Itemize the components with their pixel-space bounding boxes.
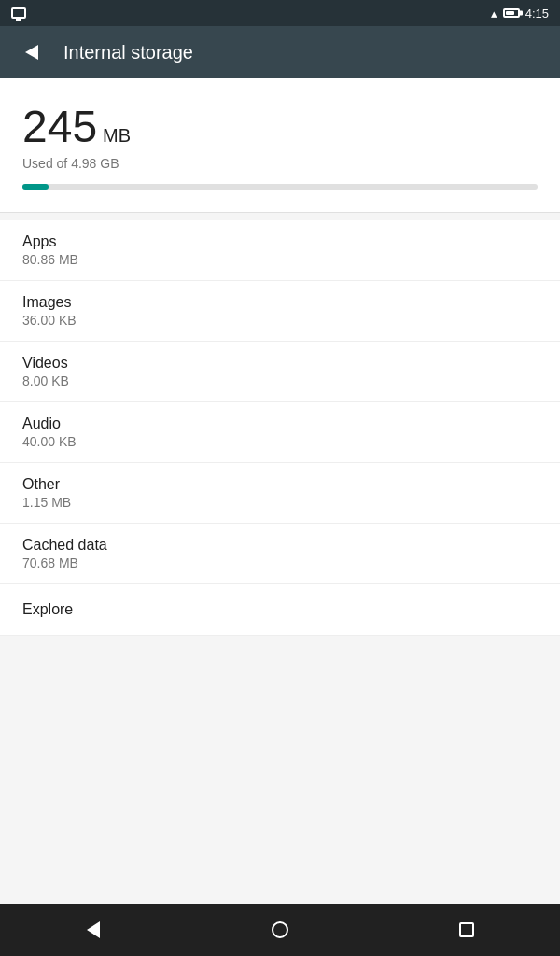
nav-home-button[interactable] [252, 911, 308, 949]
storage-amount-row: 245 MB [22, 101, 538, 152]
bottom-nav [0, 904, 560, 956]
list-item-videos-title: Videos [22, 355, 538, 372]
battery-icon [503, 8, 520, 18]
list-item-videos[interactable]: Videos 8.00 KB [0, 342, 560, 402]
back-button[interactable] [15, 35, 49, 69]
storage-progress-fill [22, 184, 49, 190]
list-item-images[interactable]: Images 36.00 KB [0, 281, 560, 342]
storage-used-label: Used of 4.98 GB [22, 156, 538, 171]
list-item-audio-title: Audio [22, 415, 538, 432]
list-item-images-value: 36.00 KB [22, 313, 538, 328]
screen-capture-icon [11, 7, 26, 19]
nav-back-button[interactable] [65, 911, 121, 949]
main-content: 245 MB Used of 4.98 GB Apps 80.86 MB Ima… [0, 78, 560, 904]
list-item-cached-title: Cached data [22, 537, 538, 554]
list-item-apps-value: 80.86 MB [22, 252, 538, 267]
storage-list: Apps 80.86 MB Images 36.00 KB Videos 8.0… [0, 220, 560, 636]
list-item-other-title: Other [22, 476, 538, 493]
status-bar: ▴ 4:15 [0, 0, 560, 26]
nav-recents-icon [459, 922, 474, 937]
storage-unit: MB [103, 125, 131, 147]
list-item-videos-value: 8.00 KB [22, 373, 538, 388]
list-item-audio[interactable]: Audio 40.00 KB [0, 402, 560, 463]
top-divider [0, 212, 560, 213]
status-left-icons [11, 7, 483, 19]
storage-progress-bar [22, 184, 538, 190]
list-item-other[interactable]: Other 1.15 MB [0, 463, 560, 524]
toolbar: Internal storage [0, 26, 560, 78]
storage-number: 245 [22, 101, 97, 152]
list-item-apps[interactable]: Apps 80.86 MB [0, 220, 560, 281]
list-item-apps-title: Apps [22, 233, 538, 250]
nav-recents-button[interactable] [439, 911, 495, 949]
list-item-cached-value: 70.68 MB [22, 555, 538, 570]
list-item-audio-value: 40.00 KB [22, 434, 538, 449]
list-item-other-value: 1.15 MB [22, 495, 538, 510]
storage-summary: 245 MB Used of 4.98 GB [0, 78, 560, 212]
toolbar-title: Internal storage [63, 42, 193, 63]
back-arrow-icon [25, 45, 38, 60]
nav-home-icon [272, 921, 288, 938]
list-item-explore-title: Explore [22, 601, 538, 618]
list-item-cached[interactable]: Cached data 70.68 MB [0, 524, 560, 584]
status-right-icons: ▴ 4:15 [491, 7, 549, 21]
nav-back-icon [87, 921, 100, 938]
wifi-icon: ▴ [491, 7, 497, 21]
list-item-explore[interactable]: Explore [0, 584, 560, 636]
list-item-images-title: Images [22, 294, 538, 311]
status-time: 4:15 [525, 7, 549, 21]
